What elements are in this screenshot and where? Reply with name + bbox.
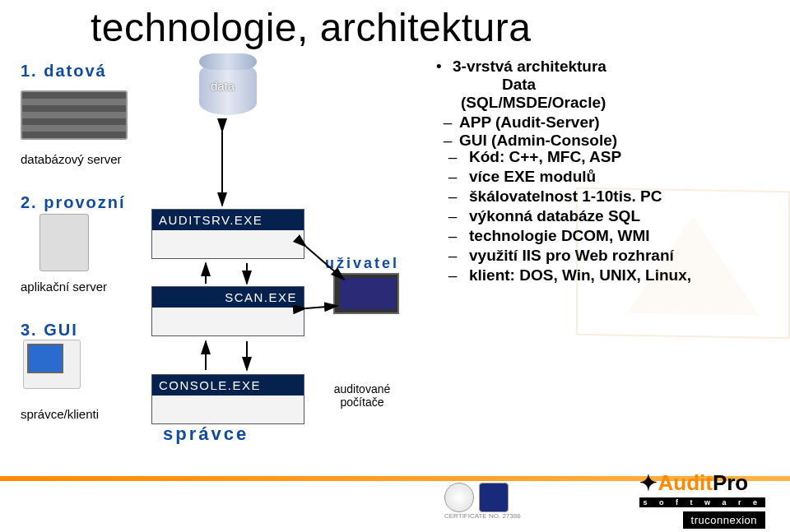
brand-part2: Pro xyxy=(713,470,748,495)
certificate-number: CERTIFICATE NO. 27386 xyxy=(444,512,521,520)
feature-item: výkonná databáze SQL xyxy=(469,207,640,225)
brand-auditpro: ✦AuditPro s o f t w a r e xyxy=(639,470,765,507)
app-server-label: aplikační server xyxy=(21,280,107,294)
audited-computers-label: auditované počítače xyxy=(325,382,399,409)
module-console-title: CONSOLE.EXE xyxy=(152,375,304,396)
laptop-icon xyxy=(333,273,399,314)
lead-sub-sql: (SQL/MSDE/Oracle) xyxy=(461,94,606,111)
feature-list: –Kód: C++, MFC, ASP –více EXE modulů –šk… xyxy=(436,148,782,286)
tier-1-heading: 1. datová xyxy=(21,62,107,81)
user-label: uživatel xyxy=(325,255,399,272)
feature-item: klient: DOS, Win, UNIX, Linux, xyxy=(469,266,691,285)
rack-server-icon xyxy=(21,90,128,140)
feature-item: Kód: C++, MFC, ASP xyxy=(469,148,621,166)
ukas-badge-icon xyxy=(479,483,509,512)
feature-item: využití IIS pro Web rozhraní xyxy=(469,247,674,265)
module-body xyxy=(152,396,304,423)
module-body xyxy=(152,308,304,335)
slide-title: technologie, architektura xyxy=(91,5,531,50)
tower-server-icon xyxy=(40,214,89,271)
feature-item: škálovatelnost 1-10tis. PC xyxy=(469,187,662,206)
brand-part1: Audit xyxy=(658,470,712,495)
desktop-pc-icon xyxy=(23,340,81,389)
brand-software: s o f t w a r e xyxy=(639,497,765,507)
feature-item: technologie DCOM, WMI xyxy=(469,227,650,245)
lead-subitem: APP (Audit-Server) xyxy=(459,113,600,132)
cylinder-label: data xyxy=(211,79,235,93)
admin-clients-label: správce/klienti xyxy=(21,407,99,421)
tier-2-heading: 2. provozní xyxy=(21,193,126,212)
urs-badge-icon xyxy=(444,483,474,512)
module-scan: SCAN.EXE xyxy=(151,286,304,336)
module-scan-title: SCAN.EXE xyxy=(152,287,304,308)
lead-sub-data: Data xyxy=(502,76,536,93)
db-server-label: databázový server xyxy=(21,152,122,166)
module-auditsrv: AUDITSRV.EXE xyxy=(151,209,304,259)
module-console: CONSOLE.EXE xyxy=(151,374,304,424)
admin-label: správce xyxy=(163,423,249,445)
module-auditsrv-title: AUDITSRV.EXE xyxy=(152,210,304,230)
module-body xyxy=(152,230,304,258)
tier-3-heading: 3. GUI xyxy=(21,321,78,340)
feature-item: více EXE modulů xyxy=(469,168,596,186)
brand-truconnexion: truconnexion xyxy=(683,511,765,529)
architecture-summary: • 3-vrstvá architektura Data (SQL/MSDE/O… xyxy=(436,58,774,150)
lead-subitem: GUI (Admin-Console) xyxy=(459,132,617,150)
certificate-badges: CERTIFICATE NO. 27386 xyxy=(444,483,521,520)
lead-bullet: 3-vrstvá architektura xyxy=(453,58,606,75)
